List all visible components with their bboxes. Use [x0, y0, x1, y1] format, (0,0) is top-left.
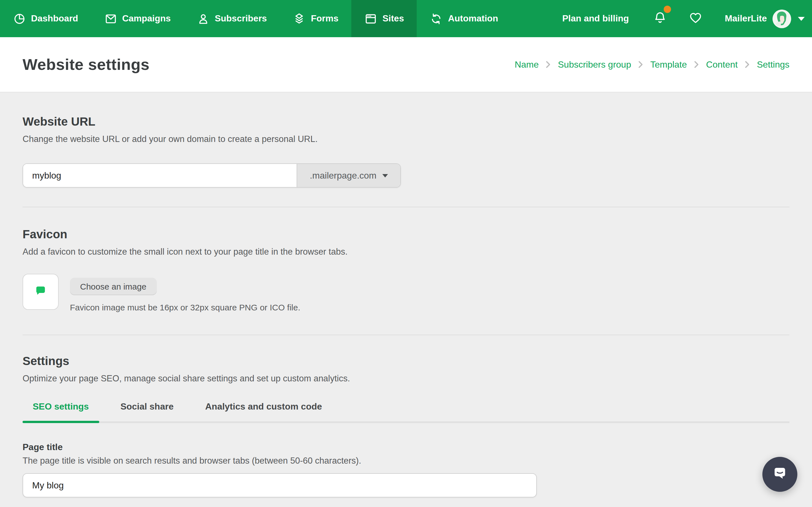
chevron-right-icon: [694, 61, 699, 68]
favicon-preview: [22, 274, 59, 310]
section-divider: [22, 335, 790, 335]
nav-item-automation[interactable]: Automation: [417, 0, 511, 37]
breadcrumb-name[interactable]: Name: [515, 59, 539, 69]
favicon-helper-text: Favicon image must be 16px or 32px squar…: [70, 302, 300, 312]
dashboard-icon: [13, 12, 26, 25]
nav-item-subscribers[interactable]: Subscribers: [184, 0, 280, 37]
account-menu[interactable]: MailerLite: [725, 9, 805, 28]
domain-select[interactable]: .mailerpage.com: [297, 164, 400, 187]
breadcrumb-subscribers-group[interactable]: Subscribers group: [558, 59, 631, 69]
chat-bubble-icon: [771, 464, 789, 485]
favicon-controls: Choose an image Favicon image must be 16…: [70, 274, 300, 312]
page-title-field-label: Page title: [22, 442, 790, 452]
website-url-description: Change the website URL or add your own d…: [22, 133, 790, 145]
nav-main-menu: Dashboard Campaigns Subscribers: [0, 0, 511, 37]
favicon-description: Add a favicon to customize the small ico…: [22, 245, 790, 258]
speech-bubble-icon: [34, 284, 47, 300]
nav-item-label: Campaigns: [122, 13, 171, 24]
bell-icon: [653, 10, 667, 27]
account-name: MailerLite: [725, 13, 767, 24]
nav-item-label: Dashboard: [31, 13, 78, 24]
website-url-input-group: .mailerpage.com: [22, 163, 401, 187]
chevron-down-icon: [382, 174, 388, 177]
avatar: [772, 9, 791, 28]
sites-icon: [364, 12, 377, 25]
nav-item-label: Sites: [382, 13, 404, 24]
favicon-row: Choose an image Favicon image must be 16…: [22, 274, 790, 312]
tab-social-share[interactable]: Social share: [110, 401, 184, 421]
automation-icon: [430, 12, 443, 25]
breadcrumb-content[interactable]: Content: [706, 59, 738, 69]
heart-icon: [689, 10, 703, 27]
chat-launcher-button[interactable]: [762, 457, 797, 492]
settings-heading: Settings: [22, 353, 790, 369]
settings-description: Optimize your page SEO, manage social sh…: [22, 372, 790, 384]
page-title-input[interactable]: [22, 473, 537, 497]
top-nav: Dashboard Campaigns Subscribers: [0, 0, 812, 37]
page-title: Website settings: [22, 55, 149, 73]
nav-item-sites[interactable]: Sites: [351, 0, 417, 37]
page-header: Website settings Name Subscribers group …: [0, 37, 812, 93]
breadcrumb-template[interactable]: Template: [650, 59, 687, 69]
chevron-right-icon: [638, 61, 643, 68]
website-settings-page: Dashboard Campaigns Subscribers: [0, 0, 812, 507]
chevron-down-icon: [798, 17, 805, 20]
settings-tabs: SEO settings Social share Analytics and …: [22, 401, 790, 423]
nav-item-label: Automation: [448, 13, 498, 24]
tab-analytics-custom-code[interactable]: Analytics and custom code: [195, 401, 332, 421]
plan-and-billing-link[interactable]: Plan and billing: [549, 13, 642, 24]
nav-right-menu: Plan and billing MailerLit: [549, 0, 812, 37]
nav-item-label: Forms: [311, 13, 339, 24]
website-url-heading: Website URL: [22, 114, 790, 129]
campaigns-icon: [104, 12, 117, 25]
chevron-right-icon: [546, 61, 551, 68]
domain-select-value: .mailerpage.com: [310, 170, 377, 180]
favorites-button[interactable]: [689, 10, 703, 27]
breadcrumb: Name Subscribers group Template Content …: [515, 59, 790, 69]
settings-content: Website URL Change the website URL or ad…: [0, 114, 812, 497]
nav-item-dashboard[interactable]: Dashboard: [0, 0, 91, 37]
nav-item-label: Subscribers: [215, 13, 267, 24]
subscribers-icon: [197, 12, 210, 25]
page-title-field-description: The page title is visible on search resu…: [22, 456, 790, 466]
tab-seo-settings[interactable]: SEO settings: [22, 401, 99, 421]
notification-dot: [664, 5, 671, 13]
breadcrumb-settings[interactable]: Settings: [757, 59, 790, 69]
website-url-input[interactable]: [23, 164, 297, 187]
notifications-button[interactable]: [653, 10, 667, 27]
nav-item-campaigns[interactable]: Campaigns: [91, 0, 184, 37]
chevron-right-icon: [745, 61, 749, 68]
nav-item-forms[interactable]: Forms: [280, 0, 352, 37]
section-divider: [22, 207, 790, 207]
forms-icon: [293, 12, 306, 25]
favicon-heading: Favicon: [22, 226, 790, 242]
choose-image-button[interactable]: Choose an image: [70, 278, 156, 295]
